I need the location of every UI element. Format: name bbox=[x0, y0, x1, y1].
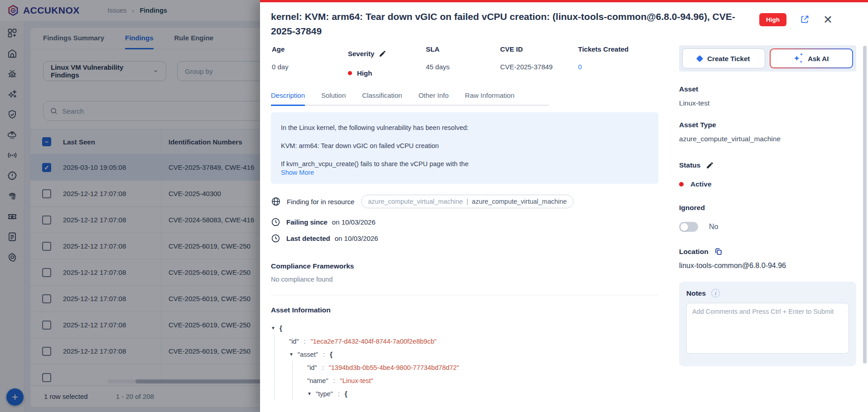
edit-pencil-icon[interactable] bbox=[379, 50, 386, 57]
status-value: Active bbox=[690, 180, 712, 188]
detail-tab-solution[interactable]: Solution bbox=[321, 91, 346, 106]
create-ticket-label: Create Ticket bbox=[707, 55, 750, 62]
close-icon[interactable]: ✕ bbox=[823, 14, 833, 25]
description-line: In the Linux kernel, the following vulne… bbox=[281, 124, 648, 131]
asset-json-tree: ▼{"id":"1eca2e77-d432-404f-8744-7a00f2e8… bbox=[271, 321, 658, 400]
json-tree-row: ▼"asset":{ bbox=[289, 348, 658, 361]
diamond-icon bbox=[696, 55, 704, 62]
description-line: KVM: arm64: Tear down vGIC on failed vCP… bbox=[281, 142, 648, 149]
meta-value: 45 days bbox=[426, 63, 500, 71]
detail-tab-raw-information[interactable]: Raw Information bbox=[465, 91, 514, 106]
json-tree-row: ▼"type":{ bbox=[307, 387, 658, 400]
meta-value[interactable]: 0 bbox=[578, 63, 628, 71]
resource-label: Finding for in resource bbox=[287, 198, 354, 206]
meta-label: Severity bbox=[348, 50, 426, 57]
detail-tab-classification[interactable]: Classification bbox=[362, 91, 402, 106]
json-key: "id" bbox=[307, 364, 317, 371]
asset-information-heading: Asset Information bbox=[271, 306, 658, 314]
ask-ai-label: Ask AI bbox=[808, 55, 829, 62]
drawer-scrollbar-thumb[interactable] bbox=[863, 46, 867, 364]
ask-ai-button[interactable]: ✦✦✦ Ask AI bbox=[770, 48, 854, 68]
meta-label: CVE ID bbox=[500, 45, 578, 53]
tree-expander-icon[interactable]: ▼ bbox=[289, 352, 294, 357]
asset-type-value: azure_compute_virtual_machine bbox=[679, 135, 856, 143]
meta-age: Age0 day bbox=[272, 45, 348, 77]
meta-label: SLA bbox=[426, 45, 500, 53]
globe-icon bbox=[271, 196, 281, 206]
json-tree-row: ▼{ bbox=[271, 321, 658, 335]
failing-since-value: on 10/03/2026 bbox=[332, 218, 376, 226]
resource-chip-separator: | bbox=[467, 198, 468, 205]
clock-icon bbox=[271, 234, 280, 243]
asset-value: Linux-test bbox=[679, 99, 856, 107]
json-key: "type" bbox=[316, 390, 333, 398]
json-value: "1eca2e77-d432-404f-8744-7a00f2e8b9cb" bbox=[311, 338, 437, 345]
tree-expander-icon[interactable]: ▼ bbox=[271, 326, 276, 331]
location-value: linux-tools-common@6.8.0-94.96 bbox=[679, 262, 856, 270]
location-label: Location bbox=[679, 248, 709, 256]
finding-meta-row: Age0 daySeverityHighSLA45 daysCVE IDCVE-… bbox=[271, 45, 658, 77]
severity-badge: High bbox=[759, 13, 786, 26]
drawer-header: kernel: KVM: arm64: Tear down vGIC on fa… bbox=[260, 2, 868, 38]
meta-severity: SeverityHigh bbox=[348, 45, 426, 77]
copy-icon[interactable] bbox=[714, 247, 723, 256]
asset-type-label: Asset Type bbox=[679, 121, 856, 129]
detail-tab-description[interactable]: Description bbox=[271, 91, 305, 106]
meta-value: CVE-2025-37849 bbox=[500, 63, 578, 71]
asset-label: Asset bbox=[679, 85, 856, 93]
section-divider bbox=[271, 295, 658, 295]
finding-title: kernel: KVM: arm64: Tear down vGIC on fa… bbox=[271, 10, 752, 38]
last-detected-value: on 10/03/2026 bbox=[335, 235, 378, 242]
status-label-row: Status bbox=[679, 161, 856, 169]
status-value-row: Active bbox=[679, 180, 856, 188]
compliance-heading: Compliance Frameworks bbox=[271, 262, 658, 270]
resource-chip-type: azure_compute_virtual_machine bbox=[368, 198, 463, 205]
status-dot-icon bbox=[679, 182, 684, 187]
detail-tab-other-info[interactable]: Other Info bbox=[419, 91, 449, 106]
meta-label: Age bbox=[272, 45, 348, 53]
location-label-row: Location bbox=[679, 247, 856, 256]
ignored-toggle[interactable] bbox=[679, 222, 698, 232]
notes-input[interactable] bbox=[686, 303, 849, 354]
json-tree-row: "name":"Linux-test" bbox=[307, 374, 658, 387]
external-link-icon[interactable] bbox=[800, 14, 810, 26]
json-value: "Linux-test" bbox=[340, 377, 373, 384]
tree-expander-icon[interactable]: ▼ bbox=[307, 391, 313, 396]
finding-detail-drawer: kernel: KVM: arm64: Tear down vGIC on fa… bbox=[260, 0, 868, 412]
notes-header: Notes i bbox=[686, 289, 849, 297]
toggle-knob bbox=[680, 223, 688, 231]
json-key: "name" bbox=[307, 377, 328, 384]
ticket-actions: Create Ticket ✦✦✦ Ask AI bbox=[679, 45, 856, 72]
notes-panel: Notes i bbox=[679, 282, 856, 366]
info-icon: i bbox=[711, 289, 720, 297]
resource-chip[interactable]: azure_compute_virtual_machine | azure_co… bbox=[361, 195, 574, 208]
modal-overlay[interactable] bbox=[0, 0, 260, 412]
meta-cve-id: CVE IDCVE-2025-37849 bbox=[500, 45, 578, 77]
meta-label: Tickets Created bbox=[578, 45, 628, 53]
ignored-label: Ignored bbox=[679, 204, 856, 212]
json-value: "1394bd3b-0b55-4be4-9800-77734bd78d72" bbox=[329, 364, 459, 371]
failing-since-row: Failing since on 10/03/2026 bbox=[271, 217, 658, 227]
edit-pencil-icon[interactable] bbox=[706, 161, 714, 169]
meta-sla: SLA45 days bbox=[426, 45, 500, 77]
drawer-body: Age0 daySeverityHighSLA45 daysCVE IDCVE-… bbox=[260, 45, 868, 400]
clock-icon bbox=[271, 217, 280, 227]
meta-tickets-created: Tickets Created0 bbox=[578, 45, 628, 77]
resource-row: Finding for in resource azure_compute_vi… bbox=[271, 195, 658, 208]
resource-chip-name: azure_compute_virtual_machine bbox=[472, 198, 567, 205]
last-detected-label: Last detected bbox=[286, 235, 330, 242]
description-line: If kvm_arch_vcpu_create() fails to share… bbox=[281, 160, 648, 168]
json-tree-row: "id":"1394bd3b-0b55-4be4-9800-77734bd78d… bbox=[307, 361, 658, 374]
sparkles-icon: ✦✦✦ bbox=[794, 54, 803, 63]
meta-value: High bbox=[348, 69, 426, 77]
status-label: Status bbox=[679, 161, 700, 169]
json-key: "asset" bbox=[298, 351, 318, 358]
create-ticket-button[interactable]: Create Ticket bbox=[682, 48, 765, 68]
json-tree-row: "id":"1eca2e77-d432-404f-8744-7a00f2e8b9… bbox=[289, 335, 658, 348]
compliance-empty-text: No compliance found bbox=[271, 276, 658, 283]
severity-dot-icon bbox=[348, 71, 352, 75]
show-more-link[interactable]: Show More bbox=[281, 169, 314, 176]
failing-since-label: Failing since bbox=[286, 218, 328, 226]
json-key: "id" bbox=[289, 338, 299, 345]
meta-value: 0 day bbox=[272, 63, 348, 71]
